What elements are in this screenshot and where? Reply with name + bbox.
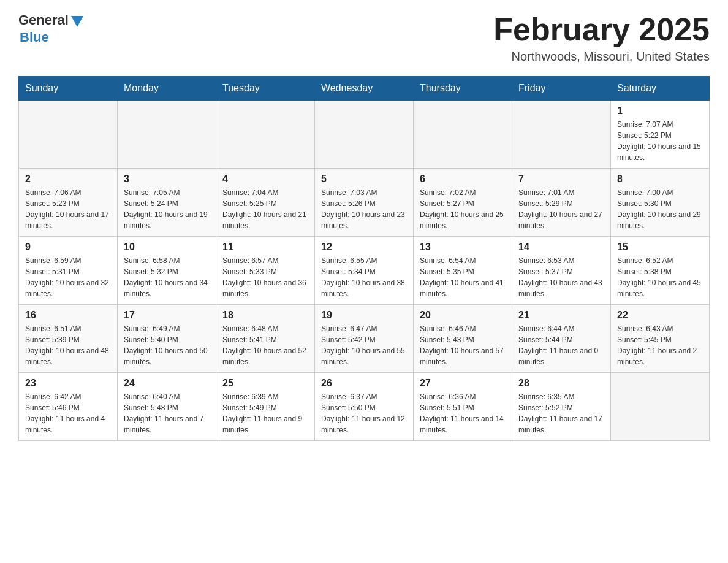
day-info: Sunrise: 6:42 AMSunset: 5:46 PMDaylight:… xyxy=(25,391,111,435)
day-info: Sunrise: 6:54 AMSunset: 5:35 PMDaylight:… xyxy=(420,255,506,299)
day-number: 28 xyxy=(518,378,604,389)
calendar-header-row: SundayMondayTuesdayWednesdayThursdayFrid… xyxy=(19,77,710,101)
calendar-cell: 11Sunrise: 6:57 AMSunset: 5:33 PMDayligh… xyxy=(216,237,315,305)
day-number: 27 xyxy=(420,378,506,389)
day-info: Sunrise: 6:57 AMSunset: 5:33 PMDaylight:… xyxy=(222,255,308,299)
day-number: 23 xyxy=(25,378,111,389)
calendar-cell: 10Sunrise: 6:58 AMSunset: 5:32 PMDayligh… xyxy=(118,237,216,305)
day-number: 12 xyxy=(321,242,407,253)
day-number: 5 xyxy=(321,174,407,185)
day-info: Sunrise: 6:37 AMSunset: 5:50 PMDaylight:… xyxy=(321,391,407,435)
day-info: Sunrise: 6:36 AMSunset: 5:51 PMDaylight:… xyxy=(420,391,506,435)
day-number: 1 xyxy=(617,105,703,117)
day-info: Sunrise: 6:52 AMSunset: 5:38 PMDaylight:… xyxy=(617,255,703,299)
day-number: 6 xyxy=(420,174,506,185)
logo: General Blue xyxy=(18,12,83,45)
calendar-day-header: Sunday xyxy=(19,77,118,101)
day-number: 15 xyxy=(617,242,703,253)
calendar-cell: 4Sunrise: 7:04 AMSunset: 5:25 PMDaylight… xyxy=(216,169,315,237)
day-number: 24 xyxy=(124,378,210,389)
calendar-day-header: Monday xyxy=(118,77,216,101)
day-info: Sunrise: 6:39 AMSunset: 5:49 PMDaylight:… xyxy=(222,391,308,435)
logo-arrow-icon xyxy=(71,16,83,27)
calendar-cell: 7Sunrise: 7:01 AMSunset: 5:29 PMDaylight… xyxy=(512,169,611,237)
calendar-cell: 22Sunrise: 6:43 AMSunset: 5:45 PMDayligh… xyxy=(611,305,710,373)
calendar-cell xyxy=(611,373,710,441)
day-info: Sunrise: 6:47 AMSunset: 5:42 PMDaylight:… xyxy=(321,323,407,367)
calendar-cell xyxy=(414,101,512,169)
day-info: Sunrise: 6:44 AMSunset: 5:44 PMDaylight:… xyxy=(518,323,604,367)
calendar-day-header: Wednesday xyxy=(315,77,414,101)
logo-general-text: General xyxy=(18,12,69,28)
day-info: Sunrise: 6:40 AMSunset: 5:48 PMDaylight:… xyxy=(124,391,210,435)
calendar-cell: 23Sunrise: 6:42 AMSunset: 5:46 PMDayligh… xyxy=(19,373,118,441)
page-header: General Blue February 2025 Northwoods, M… xyxy=(18,12,710,64)
day-number: 16 xyxy=(25,310,111,321)
calendar-cell: 20Sunrise: 6:46 AMSunset: 5:43 PMDayligh… xyxy=(414,305,512,373)
day-number: 13 xyxy=(420,242,506,253)
calendar-cell xyxy=(118,101,216,169)
calendar-cell: 12Sunrise: 6:55 AMSunset: 5:34 PMDayligh… xyxy=(315,237,414,305)
day-number: 10 xyxy=(124,242,210,253)
day-info: Sunrise: 6:35 AMSunset: 5:52 PMDaylight:… xyxy=(518,391,604,435)
calendar-cell: 27Sunrise: 6:36 AMSunset: 5:51 PMDayligh… xyxy=(414,373,512,441)
day-number: 21 xyxy=(518,310,604,321)
day-number: 26 xyxy=(321,378,407,389)
logo-blue-text: Blue xyxy=(20,29,49,45)
day-info: Sunrise: 6:48 AMSunset: 5:41 PMDaylight:… xyxy=(222,323,308,367)
day-info: Sunrise: 6:46 AMSunset: 5:43 PMDaylight:… xyxy=(420,323,506,367)
calendar-day-header: Tuesday xyxy=(216,77,315,101)
day-number: 4 xyxy=(222,174,308,185)
calendar-cell xyxy=(315,101,414,169)
day-number: 25 xyxy=(222,378,308,389)
calendar-cell: 5Sunrise: 7:03 AMSunset: 5:26 PMDaylight… xyxy=(315,169,414,237)
calendar-cell: 25Sunrise: 6:39 AMSunset: 5:49 PMDayligh… xyxy=(216,373,315,441)
day-number: 17 xyxy=(124,310,210,321)
day-number: 20 xyxy=(420,310,506,321)
calendar-cell: 16Sunrise: 6:51 AMSunset: 5:39 PMDayligh… xyxy=(19,305,118,373)
day-info: Sunrise: 6:55 AMSunset: 5:34 PMDaylight:… xyxy=(321,255,407,299)
calendar-cell: 6Sunrise: 7:02 AMSunset: 5:27 PMDaylight… xyxy=(414,169,512,237)
day-info: Sunrise: 7:00 AMSunset: 5:30 PMDaylight:… xyxy=(617,187,703,231)
day-info: Sunrise: 7:06 AMSunset: 5:23 PMDaylight:… xyxy=(25,187,111,231)
calendar-cell: 26Sunrise: 6:37 AMSunset: 5:50 PMDayligh… xyxy=(315,373,414,441)
day-number: 8 xyxy=(617,174,703,185)
calendar-cell: 28Sunrise: 6:35 AMSunset: 5:52 PMDayligh… xyxy=(512,373,611,441)
calendar-cell: 18Sunrise: 6:48 AMSunset: 5:41 PMDayligh… xyxy=(216,305,315,373)
day-info: Sunrise: 6:53 AMSunset: 5:37 PMDaylight:… xyxy=(518,255,604,299)
calendar-day-header: Thursday xyxy=(414,77,512,101)
calendar-week-row: 1Sunrise: 7:07 AMSunset: 5:22 PMDaylight… xyxy=(19,101,710,169)
day-info: Sunrise: 7:07 AMSunset: 5:22 PMDaylight:… xyxy=(617,119,703,163)
month-title: February 2025 xyxy=(493,12,710,47)
calendar-cell: 3Sunrise: 7:05 AMSunset: 5:24 PMDaylight… xyxy=(118,169,216,237)
calendar-cell: 15Sunrise: 6:52 AMSunset: 5:38 PMDayligh… xyxy=(611,237,710,305)
day-number: 7 xyxy=(518,174,604,185)
calendar-cell: 21Sunrise: 6:44 AMSunset: 5:44 PMDayligh… xyxy=(512,305,611,373)
day-info: Sunrise: 6:43 AMSunset: 5:45 PMDaylight:… xyxy=(617,323,703,367)
day-number: 19 xyxy=(321,310,407,321)
day-info: Sunrise: 6:58 AMSunset: 5:32 PMDaylight:… xyxy=(124,255,210,299)
day-number: 22 xyxy=(617,310,703,321)
day-number: 11 xyxy=(222,242,308,253)
calendar-cell: 2Sunrise: 7:06 AMSunset: 5:23 PMDaylight… xyxy=(19,169,118,237)
day-info: Sunrise: 7:03 AMSunset: 5:26 PMDaylight:… xyxy=(321,187,407,231)
calendar-cell xyxy=(216,101,315,169)
day-info: Sunrise: 6:51 AMSunset: 5:39 PMDaylight:… xyxy=(25,323,111,367)
location-title: Northwoods, Missouri, United States xyxy=(493,50,710,64)
calendar-cell: 13Sunrise: 6:54 AMSunset: 5:35 PMDayligh… xyxy=(414,237,512,305)
calendar-week-row: 16Sunrise: 6:51 AMSunset: 5:39 PMDayligh… xyxy=(19,305,710,373)
day-number: 18 xyxy=(222,310,308,321)
day-info: Sunrise: 6:49 AMSunset: 5:40 PMDaylight:… xyxy=(124,323,210,367)
calendar-cell xyxy=(512,101,611,169)
calendar-cell: 19Sunrise: 6:47 AMSunset: 5:42 PMDayligh… xyxy=(315,305,414,373)
day-number: 9 xyxy=(25,242,111,253)
calendar-cell: 24Sunrise: 6:40 AMSunset: 5:48 PMDayligh… xyxy=(118,373,216,441)
day-info: Sunrise: 7:05 AMSunset: 5:24 PMDaylight:… xyxy=(124,187,210,231)
calendar-cell: 17Sunrise: 6:49 AMSunset: 5:40 PMDayligh… xyxy=(118,305,216,373)
calendar-cell: 14Sunrise: 6:53 AMSunset: 5:37 PMDayligh… xyxy=(512,237,611,305)
calendar-table: SundayMondayTuesdayWednesdayThursdayFrid… xyxy=(18,76,710,441)
calendar-day-header: Saturday xyxy=(611,77,710,101)
day-number: 2 xyxy=(25,174,111,185)
calendar-cell: 1Sunrise: 7:07 AMSunset: 5:22 PMDaylight… xyxy=(611,101,710,169)
calendar-cell: 9Sunrise: 6:59 AMSunset: 5:31 PMDaylight… xyxy=(19,237,118,305)
